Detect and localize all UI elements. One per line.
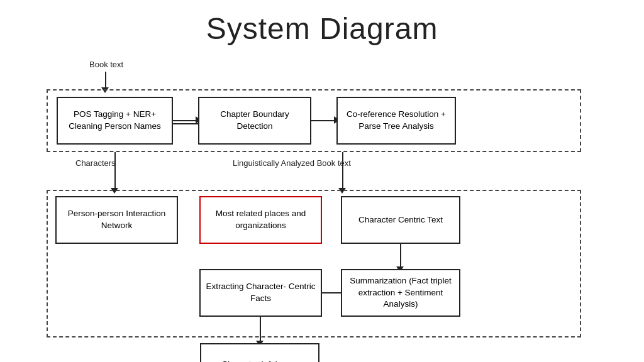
arrow-cct-summ bbox=[400, 244, 401, 269]
chapter-boundary-box: Chapter Boundary Detection bbox=[198, 97, 311, 145]
extracting-facts-box: Extracting Character- Centric Facts bbox=[199, 269, 322, 317]
linguistically-label: Linguistically Analyzed Book text bbox=[233, 158, 351, 168]
arrow-ling-down bbox=[342, 152, 343, 190]
arrow-booktext-down bbox=[105, 72, 106, 89]
arrow-facts-infoboxes bbox=[260, 317, 261, 343]
coreference-box: Co-reference Resolution + Parse Tree Ana… bbox=[336, 97, 456, 145]
arrow-chapter-pos bbox=[173, 123, 198, 124]
page-title: System Diagram bbox=[0, 0, 644, 46]
diagram-container: Book text POS Tagging + NER+ Cleaning Pe… bbox=[38, 57, 606, 356]
person-network-box: Person-person Interaction Network bbox=[55, 196, 178, 244]
summarization-box: Summarization (Fact triplet extraction +… bbox=[341, 269, 460, 317]
character-infoboxes-box: Character Infoboxes bbox=[200, 343, 319, 362]
arrow-characters-down bbox=[114, 152, 116, 190]
arrow-pos-chapter bbox=[173, 120, 198, 121]
character-centric-box: Character Centric Text bbox=[341, 196, 460, 244]
arrow-chapter-coref bbox=[311, 120, 336, 121]
characters-label: Characters bbox=[75, 158, 116, 168]
pos-tagging-box: POS Tagging + NER+ Cleaning Person Names bbox=[57, 97, 173, 145]
book-text-label: Book text bbox=[89, 60, 123, 69]
most-related-box: Most related places and organizations bbox=[199, 196, 322, 244]
